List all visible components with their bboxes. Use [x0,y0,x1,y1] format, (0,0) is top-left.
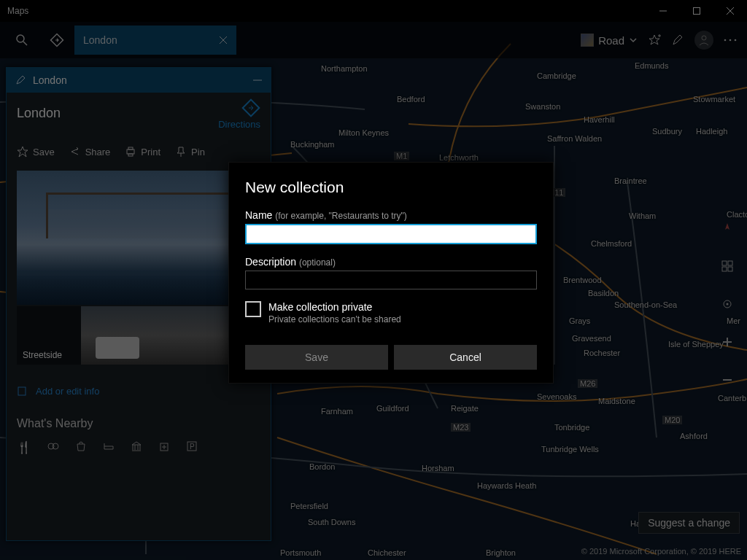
dialog-title: New collection [245,179,537,196]
save-button[interactable]: Save [245,345,388,370]
private-sub: Private collections can't be shared [268,314,401,324]
private-checkbox[interactable] [245,301,261,317]
name-label: Name (for example, "Restaurants to try") [245,209,537,221]
new-collection-dialog: New collection Name (for example, "Resta… [228,162,554,384]
name-input[interactable] [245,224,537,244]
description-label: Description (optional) [245,256,537,268]
cancel-button[interactable]: Cancel [394,345,537,370]
description-input[interactable] [245,271,537,289]
private-label: Make collection private [268,301,401,313]
